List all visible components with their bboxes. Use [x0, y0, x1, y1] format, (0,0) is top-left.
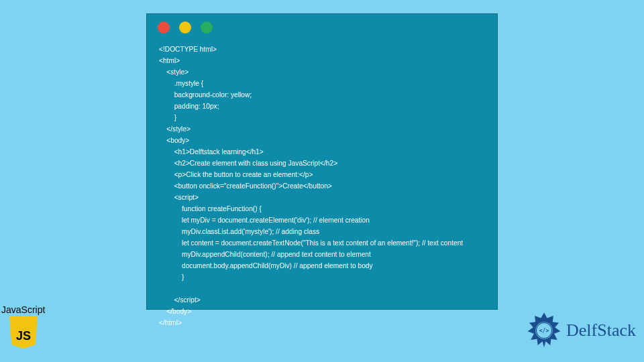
- window-titlebar: [147, 14, 497, 41]
- close-icon[interactable]: [158, 21, 170, 34]
- javascript-logo-text: JS: [9, 329, 38, 343]
- javascript-logo-icon: JS: [9, 316, 38, 349]
- javascript-badge: JavaScript JS: [1, 304, 52, 349]
- svg-text:</>: </>: [539, 327, 549, 334]
- minimize-icon[interactable]: [179, 21, 191, 34]
- javascript-label: JavaScript: [1, 304, 52, 315]
- code-content: <!DOCTYPE html> <html> <style> .mystyle …: [147, 41, 497, 335]
- delfstack-brand-text: DelfStack: [566, 320, 636, 341]
- maximize-icon[interactable]: [201, 21, 213, 34]
- delfstack-logo-icon: </>: [525, 311, 564, 350]
- code-window: <!DOCTYPE html> <html> <style> .mystyle …: [146, 13, 498, 310]
- delfstack-brand: </> DelfStack: [525, 311, 636, 350]
